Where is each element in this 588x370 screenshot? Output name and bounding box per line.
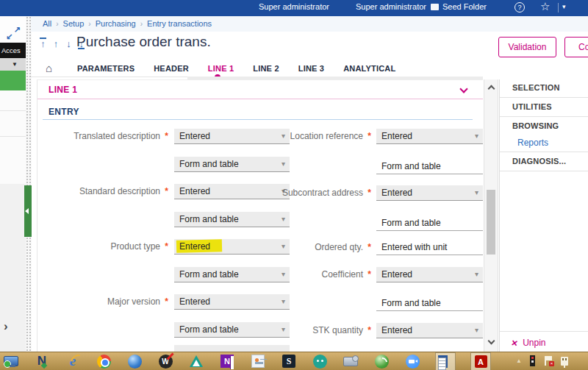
validation-button[interactable]: Validation bbox=[498, 37, 556, 57]
required-asterisk: * bbox=[365, 269, 371, 280]
unpin-button[interactable]: × Unpin bbox=[500, 331, 588, 353]
scrollbar-thumb[interactable] bbox=[487, 190, 495, 255]
field-label: STK quantity * bbox=[230, 323, 371, 338]
user-menu-2[interactable]: Super administrator bbox=[356, 1, 426, 12]
dropdown-field[interactable]: Form and table bbox=[376, 216, 483, 231]
this-pc-icon-glyph bbox=[4, 356, 18, 366]
scroll-up-arrow-icon[interactable] bbox=[488, 85, 495, 93]
internet-explorer-icon-glyph: e bbox=[70, 353, 76, 369]
field-label-text: Coefficient bbox=[322, 269, 363, 280]
tab-line-1[interactable]: LINE 1 bbox=[208, 64, 234, 73]
left-dropdown-stub[interactable]: ▼ bbox=[0, 58, 26, 71]
tab-bar: PARAMETERSHEADERLINE 1LINE 2LINE 3ANALYT… bbox=[77, 64, 395, 73]
breadcrumb-separator: › bbox=[136, 20, 147, 28]
nx-app-icon[interactable]: N bbox=[34, 353, 50, 369]
copy-button[interactable]: Cop bbox=[564, 37, 588, 57]
browser-sphere-icon-glyph bbox=[128, 355, 142, 369]
tab-line-3[interactable]: LINE 3 bbox=[298, 64, 324, 73]
tab-parameters[interactable]: PARAMETERS bbox=[77, 64, 135, 73]
zoom-icon[interactable] bbox=[404, 353, 420, 369]
chevron-down-icon[interactable]: ▾ bbox=[562, 3, 566, 10]
dropdown-value: Entered with unit bbox=[381, 242, 447, 252]
webex-icon[interactable]: W bbox=[157, 353, 173, 369]
panel-item-browsing[interactable]: BROWSING bbox=[500, 118, 588, 135]
required-asterisk: * bbox=[162, 296, 168, 307]
chrome-icon[interactable] bbox=[96, 353, 112, 369]
breadcrumb-item[interactable]: Purchasing bbox=[96, 19, 136, 28]
dropdown-field[interactable]: Form and table bbox=[376, 159, 483, 174]
field-label: Subcontract address * bbox=[230, 185, 371, 201]
expand-icon[interactable]: ↗↙ bbox=[6, 26, 21, 40]
access-tooltip: Acces bbox=[0, 43, 26, 58]
dropdown-field[interactable]: Form and table bbox=[174, 212, 290, 227]
green-status-block bbox=[0, 71, 26, 90]
onenote-icon[interactable]: N bbox=[219, 353, 235, 369]
dropdown-field[interactable]: Form and table bbox=[376, 296, 483, 311]
breadcrumb-item[interactable]: All bbox=[43, 19, 51, 28]
home-tab-icon[interactable]: ⌂ bbox=[46, 62, 52, 74]
help-icon[interactable]: ? bbox=[514, 2, 525, 13]
topbar-divider bbox=[558, 3, 559, 13]
skype-business-icon[interactable]: S bbox=[281, 353, 297, 369]
user-menu-1[interactable]: Super administrator bbox=[259, 1, 329, 12]
browser-sphere-icon[interactable] bbox=[126, 353, 143, 369]
acrobat-icon[interactable]: A bbox=[470, 352, 491, 370]
required-asterisk: * bbox=[365, 242, 371, 252]
dropdown-field[interactable]: Entered bbox=[376, 323, 483, 338]
previous-record-button[interactable]: ↑ bbox=[51, 38, 60, 49]
usb-device-icon[interactable] bbox=[561, 357, 568, 366]
section-underline bbox=[37, 99, 483, 99]
scroll-down-arrow-icon[interactable] bbox=[488, 338, 495, 345]
panel-item-diagnosis-[interactable]: DIAGNOSIS... bbox=[500, 153, 588, 170]
remote-desktop-icon[interactable] bbox=[343, 353, 359, 369]
field-label-text: Location reference bbox=[290, 131, 363, 141]
tab-analytical[interactable]: ANALYTICAL bbox=[343, 64, 395, 73]
field-label-text: Major version bbox=[107, 296, 160, 307]
required-asterisk: * bbox=[162, 131, 168, 141]
dropdown-value: Form and table bbox=[381, 161, 441, 171]
mascot-app-icon[interactable] bbox=[312, 353, 328, 369]
zoom-icon-glyph bbox=[406, 355, 420, 369]
dropdown-value: Entered bbox=[381, 131, 412, 141]
dropdown-field[interactable]: Entered bbox=[174, 294, 290, 310]
dropdown-field[interactable]: Entered bbox=[376, 185, 483, 201]
panel-item-selection[interactable]: SELECTION bbox=[500, 79, 588, 96]
field-label-text: STK quantity bbox=[312, 325, 363, 335]
section-collapse-chevron-icon[interactable] bbox=[459, 85, 467, 93]
breadcrumb-item[interactable]: Setup bbox=[63, 19, 85, 28]
show-hidden-icons-icon[interactable]: ▲ bbox=[516, 357, 522, 364]
first-record-button[interactable]: ↑ bbox=[38, 38, 48, 49]
word-icon[interactable]: W bbox=[435, 352, 456, 370]
dropdown-field[interactable] bbox=[174, 345, 290, 352]
folder-menu[interactable]: Seed Folder bbox=[442, 1, 487, 12]
breadcrumb-item[interactable]: Entry transactions bbox=[147, 19, 212, 28]
webex-icon-glyph: W bbox=[159, 355, 173, 369]
this-pc-icon[interactable] bbox=[3, 353, 19, 369]
panel-item-reports[interactable]: Reports bbox=[500, 135, 588, 151]
status-bar-icon[interactable] bbox=[530, 355, 535, 366]
left-collapsed-panel: ↗↙ Acces ▼ › bbox=[0, 16, 26, 352]
dropdown-field[interactable]: Entered bbox=[376, 267, 483, 282]
section-entry-title: ENTRY bbox=[49, 107, 79, 117]
contacts-icon[interactable] bbox=[250, 353, 266, 369]
dropdown-field[interactable]: Form and table bbox=[174, 157, 290, 172]
star-icon[interactable]: ☆ bbox=[540, 0, 550, 13]
panel-resize-handle[interactable] bbox=[26, 16, 32, 352]
left-expand-chevron[interactable]: › bbox=[4, 319, 8, 334]
panel-divider bbox=[500, 97, 588, 98]
action-center-flag-icon[interactable] bbox=[543, 355, 553, 366]
field-label: Ordered qty. * bbox=[230, 240, 371, 255]
dropdown-value: Form and table bbox=[381, 298, 441, 308]
dropdown-field[interactable]: Entered bbox=[376, 129, 483, 144]
panel-item-utilities[interactable]: UTILITIES bbox=[500, 99, 588, 115]
collapse-panel-handle[interactable] bbox=[24, 185, 32, 237]
tab-line-2[interactable]: LINE 2 bbox=[253, 64, 279, 73]
dropdown-field[interactable]: Entered with unit bbox=[376, 240, 483, 255]
meeting-app-icon[interactable] bbox=[373, 353, 390, 369]
internet-explorer-icon[interactable]: e bbox=[65, 353, 81, 369]
delta-app-icon[interactable] bbox=[188, 353, 204, 369]
dropdown-value: Form and table bbox=[179, 269, 239, 280]
vertical-scrollbar[interactable] bbox=[484, 79, 498, 352]
tab-header[interactable]: HEADER bbox=[154, 64, 189, 73]
next-record-button[interactable]: ↓ bbox=[64, 38, 74, 49]
